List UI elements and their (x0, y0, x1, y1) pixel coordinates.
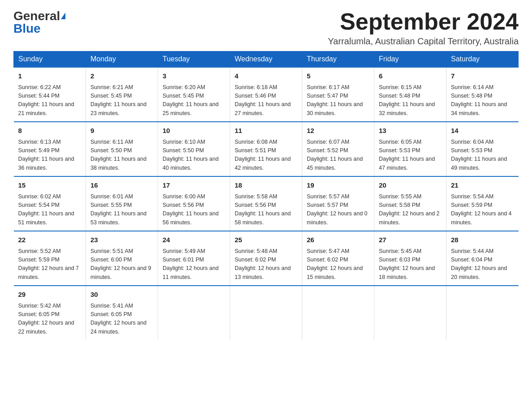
calendar-cell: 24Sunrise: 5:49 AMSunset: 6:01 PMDayligh… (158, 231, 230, 286)
calendar-cell: 18Sunrise: 5:58 AMSunset: 5:56 PMDayligh… (230, 176, 302, 231)
subtitle: Yarralumla, Australian Capital Territory… (328, 36, 519, 47)
day-info: Sunrise: 6:18 AMSunset: 5:46 PMDaylight:… (235, 83, 297, 118)
day-number: 8 (18, 126, 82, 136)
calendar-cell: 4Sunrise: 6:18 AMSunset: 5:46 PMDaylight… (230, 67, 302, 122)
calendar-cell: 25Sunrise: 5:48 AMSunset: 6:02 PMDayligh… (230, 231, 302, 286)
logo-blue-text: Blue (13, 21, 41, 36)
calendar-cell (158, 286, 230, 340)
day-number: 30 (90, 290, 153, 300)
day-info: Sunrise: 6:10 AMSunset: 5:50 PMDaylight:… (163, 138, 225, 173)
day-info: Sunrise: 6:13 AMSunset: 5:49 PMDaylight:… (18, 138, 82, 173)
day-info: Sunrise: 6:05 AMSunset: 5:53 PMDaylight:… (379, 138, 442, 173)
day-number: 3 (163, 71, 225, 81)
day-info: Sunrise: 6:08 AMSunset: 5:51 PMDaylight:… (235, 138, 297, 173)
day-number: 17 (163, 180, 225, 191)
day-number: 2 (90, 71, 153, 81)
day-number: 29 (18, 290, 82, 300)
calendar-cell: 2Sunrise: 6:21 AMSunset: 5:45 PMDaylight… (86, 67, 158, 122)
calendar-cell: 11Sunrise: 6:08 AMSunset: 5:51 PMDayligh… (230, 122, 302, 176)
day-number: 28 (451, 235, 514, 245)
day-info: Sunrise: 6:21 AMSunset: 5:45 PMDaylight:… (90, 83, 153, 118)
calendar-body: 1Sunrise: 6:22 AMSunset: 5:44 PMDaylight… (14, 67, 519, 340)
day-number: 4 (235, 71, 297, 81)
day-number: 20 (379, 180, 442, 191)
day-info: Sunrise: 6:07 AMSunset: 5:52 PMDaylight:… (307, 138, 369, 173)
calendar-cell (230, 286, 302, 340)
calendar-header: SundayMondayTuesdayWednesdayThursdayFrid… (14, 51, 519, 68)
day-info: Sunrise: 6:14 AMSunset: 5:48 PMDaylight:… (451, 83, 514, 118)
calendar-cell (446, 286, 519, 340)
day-info: Sunrise: 5:42 AMSunset: 6:05 PMDaylight:… (18, 302, 82, 337)
day-info: Sunrise: 6:11 AMSunset: 5:50 PMDaylight:… (90, 138, 153, 173)
calendar-cell: 8Sunrise: 6:13 AMSunset: 5:49 PMDaylight… (14, 122, 86, 176)
day-info: Sunrise: 5:54 AMSunset: 5:59 PMDaylight:… (451, 193, 514, 227)
calendar-cell: 28Sunrise: 5:44 AMSunset: 6:04 PMDayligh… (446, 231, 519, 286)
day-number: 5 (307, 71, 369, 81)
day-info: Sunrise: 6:20 AMSunset: 5:45 PMDaylight:… (163, 83, 225, 118)
header-cell-wednesday: Wednesday (230, 51, 302, 68)
header-cell-saturday: Saturday (446, 51, 519, 68)
day-info: Sunrise: 5:47 AMSunset: 6:02 PMDaylight:… (307, 247, 369, 282)
day-number: 21 (451, 180, 514, 191)
day-info: Sunrise: 6:15 AMSunset: 5:48 PMDaylight:… (379, 83, 442, 118)
calendar-cell: 15Sunrise: 6:02 AMSunset: 5:54 PMDayligh… (14, 176, 86, 231)
calendar-cell: 13Sunrise: 6:05 AMSunset: 5:53 PMDayligh… (374, 122, 446, 176)
day-info: Sunrise: 5:57 AMSunset: 5:57 PMDaylight:… (307, 193, 369, 227)
header-cell-monday: Monday (86, 51, 158, 68)
main-title: September 2024 (328, 9, 519, 34)
day-info: Sunrise: 6:02 AMSunset: 5:54 PMDaylight:… (18, 193, 82, 227)
day-number: 18 (235, 180, 297, 191)
calendar-week-1: 1Sunrise: 6:22 AMSunset: 5:44 PMDaylight… (14, 67, 519, 122)
title-block: September 2024 Yarralumla, Australian Ca… (328, 9, 519, 47)
day-number: 9 (90, 126, 153, 136)
calendar-week-2: 8Sunrise: 6:13 AMSunset: 5:49 PMDaylight… (14, 122, 519, 176)
header-cell-friday: Friday (374, 51, 446, 68)
day-info: Sunrise: 5:44 AMSunset: 6:04 PMDaylight:… (451, 247, 514, 282)
day-number: 16 (90, 180, 153, 191)
day-number: 24 (163, 235, 225, 245)
logo: General Blue (13, 9, 65, 36)
day-info: Sunrise: 5:55 AMSunset: 5:58 PMDaylight:… (379, 193, 442, 227)
day-number: 7 (451, 71, 514, 81)
calendar-cell: 29Sunrise: 5:42 AMSunset: 6:05 PMDayligh… (14, 286, 86, 340)
day-info: Sunrise: 6:04 AMSunset: 5:53 PMDaylight:… (451, 138, 514, 173)
day-info: Sunrise: 5:45 AMSunset: 6:03 PMDaylight:… (379, 247, 442, 282)
day-number: 15 (18, 180, 82, 191)
calendar-cell: 7Sunrise: 6:14 AMSunset: 5:48 PMDaylight… (446, 67, 519, 122)
calendar-cell: 1Sunrise: 6:22 AMSunset: 5:44 PMDaylight… (14, 67, 86, 122)
calendar-cell: 10Sunrise: 6:10 AMSunset: 5:50 PMDayligh… (158, 122, 230, 176)
calendar-cell: 22Sunrise: 5:52 AMSunset: 5:59 PMDayligh… (14, 231, 86, 286)
calendar-cell: 3Sunrise: 6:20 AMSunset: 5:45 PMDaylight… (158, 67, 230, 122)
calendar-week-5: 29Sunrise: 5:42 AMSunset: 6:05 PMDayligh… (14, 286, 519, 340)
calendar-cell: 26Sunrise: 5:47 AMSunset: 6:02 PMDayligh… (302, 231, 374, 286)
calendar-cell (374, 286, 446, 340)
calendar-week-4: 22Sunrise: 5:52 AMSunset: 5:59 PMDayligh… (14, 231, 519, 286)
day-number: 12 (307, 126, 369, 136)
calendar-cell: 19Sunrise: 5:57 AMSunset: 5:57 PMDayligh… (302, 176, 374, 231)
page-header: General Blue September 2024 Yarralumla, … (13, 9, 519, 47)
calendar-cell: 20Sunrise: 5:55 AMSunset: 5:58 PMDayligh… (374, 176, 446, 231)
day-number: 10 (163, 126, 225, 136)
day-number: 27 (379, 235, 442, 245)
calendar-cell: 17Sunrise: 6:00 AMSunset: 5:56 PMDayligh… (158, 176, 230, 231)
calendar-cell: 21Sunrise: 5:54 AMSunset: 5:59 PMDayligh… (446, 176, 519, 231)
header-cell-tuesday: Tuesday (158, 51, 230, 68)
day-number: 13 (379, 126, 442, 136)
header-cell-sunday: Sunday (14, 51, 86, 68)
calendar-cell: 5Sunrise: 6:17 AMSunset: 5:47 PMDaylight… (302, 67, 374, 122)
calendar-week-3: 15Sunrise: 6:02 AMSunset: 5:54 PMDayligh… (14, 176, 519, 231)
day-number: 14 (451, 126, 514, 136)
calendar-cell: 14Sunrise: 6:04 AMSunset: 5:53 PMDayligh… (446, 122, 519, 176)
calendar-cell: 6Sunrise: 6:15 AMSunset: 5:48 PMDaylight… (374, 67, 446, 122)
calendar-cell: 16Sunrise: 6:01 AMSunset: 5:55 PMDayligh… (86, 176, 158, 231)
day-number: 26 (307, 235, 369, 245)
day-number: 22 (18, 235, 82, 245)
day-number: 6 (379, 71, 442, 81)
day-info: Sunrise: 5:52 AMSunset: 5:59 PMDaylight:… (18, 247, 82, 282)
day-info: Sunrise: 5:51 AMSunset: 6:00 PMDaylight:… (90, 247, 153, 282)
header-cell-thursday: Thursday (302, 51, 374, 68)
day-info: Sunrise: 5:49 AMSunset: 6:01 PMDaylight:… (163, 247, 225, 282)
day-info: Sunrise: 6:01 AMSunset: 5:55 PMDaylight:… (90, 193, 153, 227)
header-row: SundayMondayTuesdayWednesdayThursdayFrid… (14, 51, 519, 68)
day-info: Sunrise: 6:17 AMSunset: 5:47 PMDaylight:… (307, 83, 369, 118)
